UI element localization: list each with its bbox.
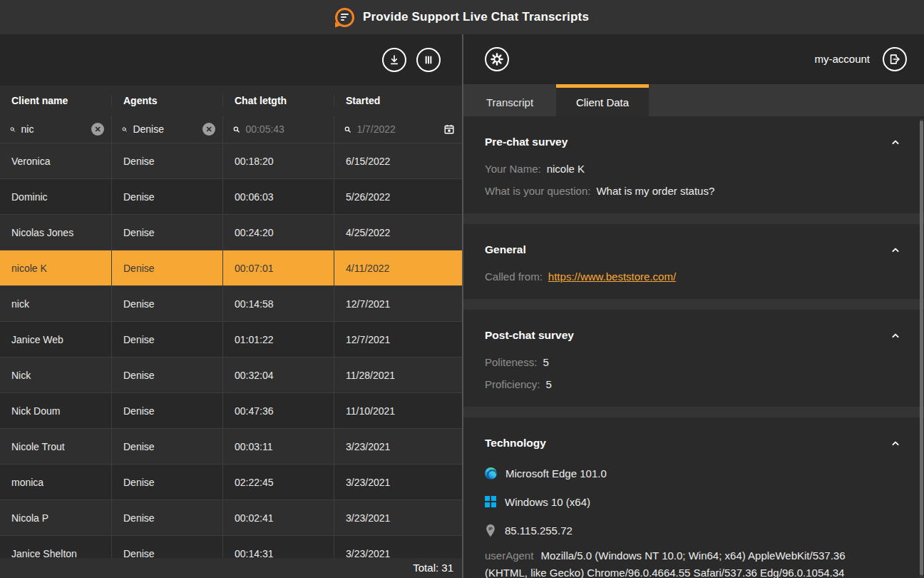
cell-length: 00:18:20 [222, 143, 334, 178]
chat-length-filter-input[interactable] [245, 123, 327, 135]
cell-started: 3/23/2021 [334, 429, 462, 464]
cell-client: Nick [0, 358, 111, 392]
clear-client-filter-button[interactable]: ✕ [91, 123, 104, 136]
cell-length: 01:01:22 [222, 322, 334, 357]
column-labels-row: Client name Agents Chat letgth Started [0, 86, 462, 116]
tech-user-agent: userAgentMozilla/5.0 (Windows NT 10.0; W… [485, 547, 873, 578]
search-icon [344, 124, 351, 135]
cell-started: 4/25/2022 [334, 215, 462, 250]
cell-client: Dominic [0, 179, 111, 214]
search-icon [233, 124, 240, 135]
field-value: 5 [543, 356, 548, 368]
collapse-section-button[interactable] [888, 436, 903, 450]
cell-length: 00:07:01 [222, 250, 334, 285]
section-title: Pre-chat survey [485, 136, 568, 148]
column-header-chat-length: Chat letgth [222, 95, 334, 106]
section-title: Post-chat survey [485, 329, 574, 342]
clear-agents-filter-button[interactable]: ✕ [202, 123, 215, 136]
table-row[interactable]: VeronicaDenise00:18:206/15/2022 [0, 143, 462, 178]
table-row[interactable]: nicole KDenise00:07:014/11/2022 [0, 250, 462, 285]
field-label: Called from: [485, 270, 543, 283]
chevron-up-icon [890, 330, 901, 341]
cell-length: 02:22:45 [222, 465, 334, 500]
client-name-filter-input[interactable] [21, 123, 86, 135]
cell-client: Nick Doum [0, 393, 111, 428]
windows-logo-icon [485, 496, 496, 507]
logout-icon [888, 52, 902, 66]
collapse-section-button[interactable] [888, 135, 903, 149]
cell-agent: Denise [111, 286, 222, 321]
field-politeness: Politeness:5 [485, 351, 903, 373]
tab-client-data[interactable]: Client Data [556, 84, 649, 117]
table-header: Client name Agents Chat letgth Started ✕… [0, 86, 462, 143]
detail-tabs: Transcript Client Data [463, 84, 924, 117]
section-technology: Technology Microsoft Edge 101.0 Windows … [463, 417, 924, 578]
called-from-link[interactable]: https://www.beststore.com/ [548, 270, 676, 283]
cell-length: 00:32:04 [222, 358, 334, 392]
column-header-started: Started [334, 95, 462, 106]
table-row[interactable]: Nicolas JonesDenise00:24:204/25/2022 [0, 214, 462, 250]
app-window: Provide Support Live Chat Transcripts [0, 0, 924, 578]
columns-filter-button[interactable] [416, 48, 441, 72]
table-row[interactable]: monicaDenise02:22:453/23/2021 [0, 464, 462, 500]
cell-agent: Denise [111, 250, 222, 285]
account-name: my-account [814, 53, 870, 65]
table-row[interactable]: NickDenise00:32:0411/28/2021 [0, 357, 462, 392]
table-row[interactable]: Nick DoumDenise00:47:3611/10/2021 [0, 392, 462, 428]
tech-ip-value: 85.115.255.72 [505, 524, 573, 537]
scrollbar-thumb[interactable] [920, 121, 923, 575]
cell-client: Nicolas Jones [0, 215, 111, 250]
tab-transcript-label: Transcript [486, 96, 533, 108]
field-called-from: Called from:https://www.beststore.com/ [485, 265, 903, 288]
columns-icon [421, 53, 436, 67]
provide-support-logo-icon [335, 8, 354, 27]
started-filter [334, 116, 462, 143]
cell-started: 12/7/2021 [334, 286, 462, 321]
cell-agent: Denise [111, 500, 222, 535]
app-bar: Provide Support Live Chat Transcripts [0, 0, 924, 34]
table-row[interactable]: DominicDenise00:06:035/26/2022 [0, 178, 462, 214]
cell-agent: Denise [111, 358, 222, 392]
collapse-section-button[interactable] [888, 328, 903, 343]
cell-length: 00:02:41 [222, 500, 334, 535]
search-icon [10, 124, 16, 135]
calendar-picker-button[interactable] [443, 123, 455, 135]
table-row[interactable]: Nicole TroutDenise00:03:113/23/2021 [0, 428, 462, 464]
list-toolbar [0, 34, 462, 86]
cell-started: 12/7/2021 [334, 322, 462, 357]
download-button[interactable] [382, 48, 406, 72]
cell-started: 4/11/2022 [334, 250, 462, 285]
cell-client: Veronica [0, 143, 111, 178]
field-label: Proficiency: [485, 378, 540, 390]
table-row[interactable]: Janice WebDenise01:01:2212/7/2021 [0, 321, 462, 357]
chat-length-filter [222, 116, 334, 143]
started-filter-input[interactable] [356, 123, 438, 135]
transcript-list-panel: Client name Agents Chat letgth Started ✕… [0, 34, 462, 578]
agents-filter-input[interactable] [133, 123, 197, 135]
cell-client: nicole K [0, 250, 111, 285]
detail-toolbar: my-account [463, 34, 924, 84]
svg-text:IP: IP [488, 527, 493, 531]
scrollbar-track[interactable] [920, 119, 923, 578]
field-label: Politeness: [485, 356, 537, 368]
cell-started: 11/10/2021 [334, 393, 462, 428]
cell-client: Janice Web [0, 322, 111, 357]
cell-length: 00:06:03 [222, 179, 334, 214]
table-footer: Total: 31 [0, 558, 462, 578]
section-title: Technology [485, 437, 546, 450]
table-row[interactable]: Nicola PDenise00:02:413/23/2021 [0, 500, 462, 535]
logout-button[interactable] [883, 47, 907, 71]
table-row[interactable]: nickDenise00:14:5812/7/2021 [0, 285, 462, 321]
cell-started: 3/23/2021 [334, 500, 462, 535]
cell-client: Nicole Trout [0, 429, 111, 464]
collapse-section-button[interactable] [888, 243, 903, 257]
cell-agent: Denise [111, 393, 222, 428]
cell-started: 6/15/2022 [334, 143, 462, 178]
tab-transcript[interactable]: Transcript [463, 84, 556, 117]
user-agent-value: Mozilla/5.0 (Windows NT 10.0; Win64; x64… [485, 549, 846, 578]
tech-browser-value: Microsoft Edge 101.0 [505, 467, 607, 480]
calendar-icon [443, 123, 455, 135]
settings-button[interactable] [485, 47, 509, 71]
transcript-rows: VeronicaDenise00:18:206/15/2022DominicDe… [0, 143, 462, 578]
cell-agent: Denise [111, 143, 222, 178]
